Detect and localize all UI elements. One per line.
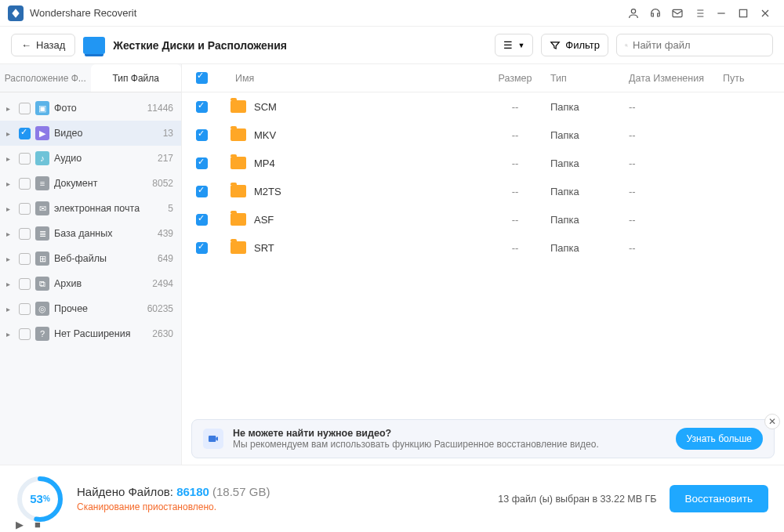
- category-icon: ≣: [35, 226, 49, 241]
- progress-percent: 53: [30, 492, 43, 505]
- support-icon[interactable]: [644, 2, 666, 24]
- category-icon: ▣: [35, 101, 49, 115]
- sidebar-item-база данных[interactable]: ▸ ≣ База данных 439: [0, 221, 181, 246]
- sidebar-item-видео[interactable]: ▸ ▶ Видео 13: [0, 121, 181, 146]
- list-icon[interactable]: [688, 2, 710, 24]
- sidebar-item-прочее[interactable]: ▸ ◎ Прочее 60235: [0, 296, 181, 321]
- sidebar-item-нет расширения[interactable]: ▸ ? Нет Расширения 2630: [0, 321, 181, 346]
- sidebar-item-документ[interactable]: ▸ ≡ Документ 8052: [0, 171, 181, 196]
- close-icon[interactable]: [754, 2, 776, 24]
- category-checkbox[interactable]: [19, 328, 31, 340]
- table-row[interactable]: SRT -- Папка --: [182, 233, 784, 262]
- folder-icon: [230, 185, 246, 197]
- category-count: 13: [163, 128, 173, 139]
- caret-icon: ▸: [6, 330, 14, 338]
- folder-icon: [230, 157, 246, 169]
- sidebar-item-аудио[interactable]: ▸ ♪ Аудио 217: [0, 146, 181, 171]
- sidebar-item-веб-файлы[interactable]: ▸ ⊞ Веб-файлы 649: [0, 246, 181, 271]
- category-checkbox[interactable]: [19, 303, 31, 315]
- row-checkbox[interactable]: [196, 214, 208, 226]
- caret-icon: ▸: [6, 104, 14, 113]
- search-wrap[interactable]: [616, 34, 773, 56]
- row-checkbox[interactable]: [196, 186, 208, 197]
- table-row[interactable]: SCM -- Папка --: [182, 92, 784, 121]
- row-name: MP4: [254, 157, 480, 169]
- sidebar: Расположение Ф... Тип Файла ▸ ▣ Фото 114…: [0, 64, 182, 465]
- sidebar-item-архив[interactable]: ▸ ⧉ Архив 2494: [0, 271, 181, 296]
- category-checkbox[interactable]: [19, 278, 31, 290]
- recover-button[interactable]: Восстановить: [670, 485, 768, 512]
- row-size: --: [480, 186, 550, 197]
- breadcrumb: Жесткие Диски и Расположения: [113, 39, 287, 52]
- svg-rect-2: [739, 9, 746, 16]
- table-row[interactable]: MKV -- Папка --: [182, 121, 784, 149]
- play-icon[interactable]: ▶: [16, 519, 24, 530]
- category-count: 2630: [152, 328, 173, 339]
- header-name[interactable]: Имя: [220, 73, 480, 84]
- row-checkbox[interactable]: [196, 157, 208, 169]
- row-type: Папка: [550, 101, 629, 113]
- table-row[interactable]: M2TS -- Папка --: [182, 177, 784, 205]
- category-count: 2494: [152, 278, 173, 289]
- row-size: --: [480, 129, 550, 141]
- row-name: ASF: [254, 214, 480, 226]
- category-checkbox[interactable]: [19, 153, 31, 165]
- row-date: --: [629, 101, 723, 113]
- row-checkbox[interactable]: [196, 129, 208, 141]
- category-label: Прочее: [54, 303, 143, 314]
- svg-point-3: [626, 44, 627, 45]
- mail-icon[interactable]: [666, 2, 688, 24]
- category-checkbox[interactable]: [19, 103, 31, 114]
- learn-more-button[interactable]: Узнать больше: [676, 428, 763, 450]
- tab-location[interactable]: Расположение Ф...: [0, 64, 91, 92]
- category-count: 11446: [147, 103, 173, 114]
- table-header: Имя Размер Тип Дата Изменения Путь: [182, 64, 784, 92]
- category-checkbox[interactable]: [19, 128, 31, 139]
- sidebar-item-электронная почта[interactable]: ▸ ✉ электронная почта 5: [0, 196, 181, 221]
- folder-icon: [230, 241, 246, 254]
- folder-icon: [230, 100, 246, 113]
- header-type[interactable]: Тип: [550, 73, 629, 84]
- category-count: 439: [158, 228, 173, 239]
- select-all-checkbox[interactable]: [196, 72, 208, 84]
- sidebar-item-фото[interactable]: ▸ ▣ Фото 11446: [0, 96, 181, 121]
- view-mode-button[interactable]: ☰ ▼: [495, 34, 533, 56]
- stop-icon[interactable]: ■: [34, 519, 41, 530]
- category-count: 217: [158, 153, 173, 164]
- close-tip-button[interactable]: ✕: [764, 414, 780, 429]
- app-title: Wondershare Recoverit: [30, 7, 136, 19]
- row-type: Папка: [550, 129, 629, 141]
- header-path[interactable]: Путь: [723, 73, 770, 84]
- row-type: Папка: [550, 214, 629, 226]
- minimize-icon[interactable]: [710, 2, 732, 24]
- row-checkbox[interactable]: [196, 101, 208, 113]
- category-icon: ⊞: [35, 252, 49, 266]
- row-checkbox[interactable]: [196, 242, 208, 254]
- category-checkbox[interactable]: [19, 203, 31, 215]
- header-date[interactable]: Дата Изменения: [629, 73, 723, 84]
- table-row[interactable]: MP4 -- Папка --: [182, 149, 784, 177]
- filter-button[interactable]: Фильтр: [541, 34, 608, 56]
- progress-ring: 53%: [16, 475, 64, 523]
- table-row[interactable]: ASF -- Папка --: [182, 205, 784, 233]
- back-button[interactable]: ← Назад: [11, 34, 75, 56]
- category-count: 8052: [152, 178, 173, 189]
- caret-icon: ▸: [6, 305, 14, 313]
- category-icon: ⧉: [35, 277, 49, 291]
- category-checkbox[interactable]: [19, 253, 31, 265]
- row-name: MKV: [254, 129, 480, 141]
- search-input[interactable]: [633, 39, 764, 51]
- category-checkbox[interactable]: [19, 228, 31, 240]
- maximize-icon[interactable]: [732, 2, 754, 24]
- category-label: Архив: [54, 278, 147, 289]
- row-size: --: [480, 214, 550, 226]
- row-type: Папка: [550, 186, 629, 197]
- category-checkbox[interactable]: [19, 178, 31, 190]
- account-icon[interactable]: [622, 2, 644, 24]
- row-date: --: [629, 242, 723, 254]
- tip-title: Не можете найти нужное видео?: [233, 428, 666, 439]
- header-size[interactable]: Размер: [480, 73, 550, 84]
- row-size: --: [480, 242, 550, 254]
- tab-filetype[interactable]: Тип Файла: [91, 64, 182, 92]
- category-label: Документ: [54, 178, 147, 189]
